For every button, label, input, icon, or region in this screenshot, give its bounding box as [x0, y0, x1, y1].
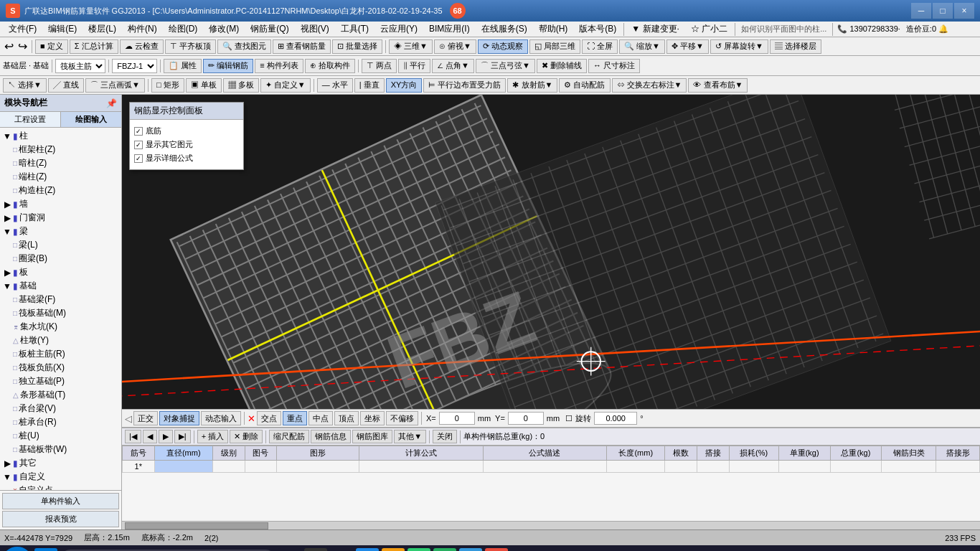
menu-newchange[interactable]: ▼ 新建变更·: [626, 22, 685, 37]
dynamic-input-button[interactable]: 动态输入: [201, 411, 241, 425]
h-scrollbar-thumb[interactable]: [125, 522, 268, 529]
menu-view[interactable]: 视图(V): [295, 22, 335, 37]
h-scrollbar[interactable]: [122, 521, 980, 529]
tree-item-raft[interactable]: □ 筏板基础(M): [1, 306, 120, 320]
two-point-button[interactable]: ⊤ 两点: [362, 59, 397, 73]
local-3d-button[interactable]: ◱ 局部三维: [529, 39, 580, 54]
taskbar-icon-app1[interactable]: 📊: [511, 548, 534, 551]
point-angle-button[interactable]: ∠ 点角▼: [432, 59, 474, 73]
coord-button[interactable]: 坐标: [360, 411, 385, 425]
vertex-button[interactable]: 顶点: [334, 411, 359, 425]
rebar-table-wrap[interactable]: 筋号 直径(mm) 级别 图号 图形 计算公式 公式描述 长度(mm) 根数 搭…: [122, 446, 980, 521]
auto-config-button[interactable]: ⚙ 自动配筋: [559, 78, 610, 93]
report-preview-button[interactable]: 报表预览: [2, 511, 119, 527]
cell-unit-w-1[interactable]: [778, 461, 830, 473]
tree-item-beam[interactable]: ▼ ▮ 梁: [1, 225, 120, 238]
menu-floor[interactable]: 楼层(L): [83, 22, 122, 37]
minimize-button[interactable]: ─: [911, 3, 931, 19]
menu-file[interactable]: 文件(F): [3, 22, 42, 37]
rect-button[interactable]: □ 矩形: [151, 78, 184, 93]
cell-length-1[interactable]: [607, 461, 665, 473]
top-view-button[interactable]: ⊙ 俯视▼: [434, 39, 476, 54]
custom-button[interactable]: ✦ 自定义▼: [260, 78, 311, 93]
menu-cloud[interactable]: 云应用(Y): [374, 22, 423, 37]
taskbar-icon-folder[interactable]: 📁: [382, 548, 405, 551]
rebar-other-button[interactable]: 其他▼: [394, 430, 426, 443]
undo-icon[interactable]: ↩: [3, 39, 15, 53]
rotate-button[interactable]: ↺ 屏幕旋转▼: [710, 39, 768, 54]
component-type-select[interactable]: 筏板主筋: [55, 59, 105, 73]
rotate-checkbox[interactable]: ☐: [565, 414, 573, 423]
rebar-last-button[interactable]: ▶|: [174, 430, 191, 443]
cell-grade-1[interactable]: [212, 461, 245, 473]
three-point-button[interactable]: ⌒ 三点弓弦▼: [476, 59, 535, 73]
tree-item-pile-cap[interactable]: □ 桩承台(R): [1, 415, 120, 429]
menu-quantity[interactable]: 钢筋量(Q): [245, 22, 294, 37]
parallel-edge-button[interactable]: ⊨ 平行边布置受力筋: [423, 78, 506, 93]
close-button[interactable]: ×: [954, 3, 974, 19]
tree-item-door[interactable]: ▶ ▮ 门窗洞: [1, 211, 120, 225]
panel-pin-button[interactable]: 📌: [106, 98, 117, 108]
midpoint-btn[interactable]: 重点: [283, 411, 307, 425]
cell-splice-type-1[interactable]: [936, 461, 980, 473]
property-button[interactable]: 📋 属性: [164, 59, 202, 73]
menu-online[interactable]: 在线服务(S): [476, 22, 533, 37]
cell-category-1[interactable]: [882, 461, 936, 473]
rebar-prev-button[interactable]: ◀: [143, 430, 157, 443]
taskbar-search[interactable]: 🔍: [34, 548, 57, 551]
taskbar-icon-blue[interactable]: 🔵: [459, 548, 482, 551]
ortho-button[interactable]: 正交: [133, 411, 158, 425]
tree-item-frame-col[interactable]: □ 框架柱(Z): [1, 143, 120, 156]
rebar-delete-button[interactable]: ✕ 删除: [230, 430, 263, 443]
y-input[interactable]: [508, 412, 544, 425]
component-code-select[interactable]: FBZJ-1: [112, 59, 157, 73]
taskbar-icon-g[interactable]: G: [407, 548, 430, 551]
tree-item-strip-found[interactable]: △ 条形基础(T): [1, 388, 120, 402]
tree-item-pier[interactable]: △ 柱墩(Y): [1, 334, 120, 347]
taskbar-icon-ie[interactable]: e: [304, 548, 327, 551]
viewport[interactable]: FBZ Y X 钢筋显示控制面板: [122, 95, 980, 409]
tree-item-others[interactable]: ▶ ▮ 其它: [1, 456, 120, 470]
xy-button[interactable]: XY方向: [386, 78, 423, 93]
cell-shape-no-1[interactable]: [245, 461, 277, 473]
menu-edit[interactable]: 编辑(E): [42, 22, 83, 37]
menu-help[interactable]: 帮助(H): [533, 22, 574, 37]
level-top-button[interactable]: ⊤ 平齐板顶: [165, 39, 216, 54]
tree-item-custom[interactable]: ▼ ▮ 自定义: [1, 470, 120, 484]
cell-formula-1[interactable]: [359, 461, 483, 473]
tree-item-found-beam[interactable]: □ 基础梁(F): [1, 293, 120, 306]
tree-item-found-band[interactable]: □ 基础板带(W): [1, 443, 120, 456]
object-snap-button[interactable]: 对象捕捉: [159, 411, 199, 425]
menu-bim[interactable]: BIM应用(I): [423, 22, 476, 37]
taskbar-icon-task-view[interactable]: ⧉: [278, 548, 301, 551]
cell-count-1[interactable]: [665, 461, 697, 473]
select-button[interactable]: ↖ 选择▼: [3, 78, 47, 93]
fullscreen-button[interactable]: ⛶ 全屏: [582, 39, 618, 54]
vert-button[interactable]: | 垂直: [354, 78, 385, 93]
tree-item-hidden-col[interactable]: □ 暗柱(Z): [1, 156, 120, 170]
rebar-insert-button[interactable]: + 插入: [197, 430, 228, 443]
start-button[interactable]: ⊞: [3, 547, 32, 551]
zoom-button[interactable]: 🔍 缩放▼: [619, 39, 665, 54]
tree-item-wall[interactable]: ▶ ▮ 墙: [1, 197, 120, 211]
arc-button[interactable]: ⌒ 三点画弧▼: [85, 78, 145, 93]
no-offset-button[interactable]: 不偏移: [386, 411, 418, 425]
find-element-button[interactable]: 🔍 查找图元: [217, 39, 271, 54]
cell-total-w-1[interactable]: [830, 461, 882, 473]
menu-modify[interactable]: 修改(M): [203, 22, 245, 37]
cell-loss-1[interactable]: [729, 461, 778, 473]
view-rebar-button[interactable]: ⊞ 查看钢筋量: [273, 39, 331, 54]
rebar-scale-button[interactable]: 缩尺配筋: [269, 430, 309, 443]
multi-slab-button[interactable]: ▦ 多板: [223, 78, 259, 93]
menu-version[interactable]: 版本号(B): [573, 22, 622, 37]
dim-button[interactable]: ↔ 尺寸标注: [588, 59, 640, 73]
maximize-button[interactable]: □: [933, 3, 953, 19]
x-input[interactable]: [439, 412, 475, 425]
menu-draw[interactable]: 绘图(D): [163, 22, 204, 37]
component-list-button[interactable]: ≡ 构件列表: [255, 59, 303, 73]
tree-item-slab[interactable]: ▶ ▮ 板: [1, 265, 120, 279]
3d-button[interactable]: ◈ 三维▼: [389, 39, 433, 54]
tree-item-pit[interactable]: ⌆ 集水坑(K): [1, 320, 120, 334]
redo-icon[interactable]: ↪: [17, 39, 29, 53]
rotate-input[interactable]: [594, 412, 637, 425]
